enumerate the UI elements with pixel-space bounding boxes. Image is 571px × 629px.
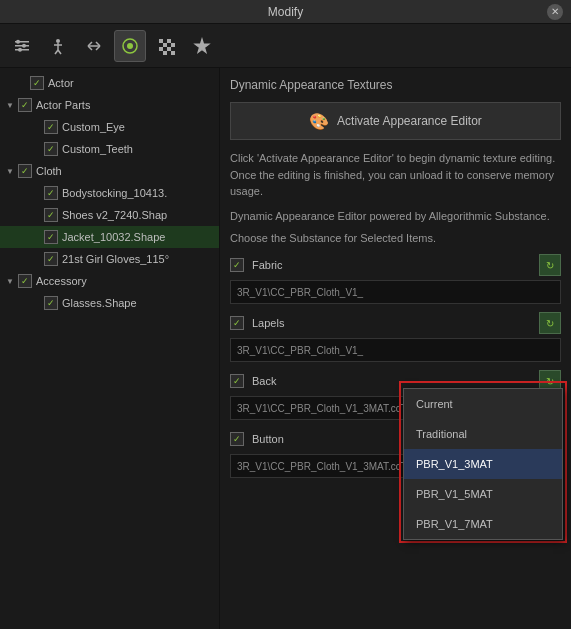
lapels-refresh-btn[interactable]: ↻	[539, 312, 561, 334]
checkbox-custom-eye[interactable]	[44, 120, 58, 134]
tree-item-actor[interactable]: Actor	[0, 72, 219, 94]
checkbox-accessory[interactable]	[18, 274, 32, 288]
expand-arrow-accessory: ▼	[4, 275, 16, 287]
svg-marker-22	[195, 39, 209, 53]
checkbox-bodystocking[interactable]	[44, 186, 58, 200]
tree-item-cloth[interactable]: ▼ Cloth	[0, 160, 219, 182]
expand-arrow-jacket	[30, 231, 42, 243]
checkbox-custom-teeth[interactable]	[44, 142, 58, 156]
tree-item-accessory[interactable]: ▼ Accessory	[0, 270, 219, 292]
checkbox-cloth[interactable]	[18, 164, 32, 178]
dropdown-menu: Current Traditional PBR_V1_3MAT PBR_V1_5…	[403, 388, 563, 540]
back-label: Back	[252, 375, 276, 387]
activate-appearance-btn[interactable]: 🎨 Activate Appearance Editor	[230, 102, 561, 140]
description-text-1: Click 'Activate Appearance Editor' to be…	[230, 150, 561, 200]
tree-label-actor-parts: Actor Parts	[36, 99, 90, 111]
tree-label-jacket: Jacket_10032.Shape	[62, 231, 165, 243]
svg-rect-18	[167, 47, 171, 51]
choose-text: Choose the Substance for Selected Items.	[230, 232, 561, 244]
checkbox-lapels[interactable]	[230, 316, 244, 330]
svg-rect-19	[163, 51, 167, 55]
tree-item-bodystocking[interactable]: Bodystocking_10413.	[0, 182, 219, 204]
dropdown-item-pbr-5mat[interactable]: PBR_V1_5MAT	[404, 479, 562, 509]
checkbox-button[interactable]	[230, 432, 244, 446]
fabric-value: 3R_V1\CC_PBR_Cloth_V1_	[230, 280, 561, 304]
substance-header-lapels: Lapels ↻	[230, 312, 561, 334]
section-title: Dynamic Appearance Textures	[230, 78, 561, 92]
checkbox-gloves[interactable]	[44, 252, 58, 266]
substance-row-fabric: Fabric ↻ 3R_V1\CC_PBR_Cloth_V1_	[230, 254, 561, 304]
tree-item-custom-eye[interactable]: Custom_Eye	[0, 116, 219, 138]
dropdown-item-pbr-3mat[interactable]: PBR_V1_3MAT	[404, 449, 562, 479]
expand-arrow-cloth: ▼	[4, 165, 16, 177]
svg-point-13	[127, 43, 133, 49]
expand-arrow-custom-teeth	[30, 143, 42, 155]
toolbar-btn-checkerboard[interactable]	[150, 30, 182, 62]
substance-row-lapels: Lapels ↻ 3R_V1\CC_PBR_Cloth_V1_	[230, 312, 561, 362]
tree-item-actor-parts[interactable]: ▼ Actor Parts	[0, 94, 219, 116]
window-title: Modify	[24, 5, 547, 19]
svg-point-6	[56, 39, 60, 43]
substance-label-fabric: Fabric	[230, 258, 283, 272]
tree-label-gloves: 21st Girl Gloves_115°	[62, 253, 169, 265]
substance-label-button: Button	[230, 432, 284, 446]
dropdown-item-current[interactable]: Current	[404, 389, 562, 419]
button-sub-label: Button	[252, 433, 284, 445]
expand-arrow-glasses	[30, 297, 42, 309]
back-refresh-icon: ↻	[546, 376, 554, 387]
tree-label-accessory: Accessory	[36, 275, 87, 287]
toolbar-btn-material[interactable]	[114, 30, 146, 62]
checkbox-actor-parts[interactable]	[18, 98, 32, 112]
tree-item-glasses[interactable]: Glasses.Shape	[0, 292, 219, 314]
fabric-refresh-icon: ↻	[546, 260, 554, 271]
svg-rect-20	[171, 43, 175, 47]
activate-icon: 🎨	[309, 112, 329, 131]
tree-item-shoes[interactable]: Shoes v2_7240.Shap	[0, 204, 219, 226]
toolbar-btn-settings[interactable]	[6, 30, 38, 62]
svg-line-10	[58, 50, 61, 54]
svg-rect-15	[167, 39, 171, 43]
checkbox-back[interactable]	[230, 374, 244, 388]
toolbar-btn-figure[interactable]	[42, 30, 74, 62]
toolbar	[0, 24, 571, 68]
svg-point-5	[18, 47, 22, 51]
description-text-2: Dynamic Appearance Editor powered by All…	[230, 208, 561, 225]
expand-arrow-bodystocking	[30, 187, 42, 199]
substance-label-lapels: Lapels	[230, 316, 284, 330]
tree-label-shoes: Shoes v2_7240.Shap	[62, 209, 167, 221]
tree-label-cloth: Cloth	[36, 165, 62, 177]
tree-label-actor: Actor	[48, 77, 74, 89]
tree-label-custom-teeth: Custom_Teeth	[62, 143, 133, 155]
substance-header-fabric: Fabric ↻	[230, 254, 561, 276]
main-content: Actor ▼ Actor Parts Custom_Eye Custom_Te…	[0, 68, 571, 629]
right-panel: Dynamic Appearance Textures 🎨 Activate A…	[220, 68, 571, 629]
expand-arrow-actor-parts: ▼	[4, 99, 16, 111]
tree-label-glasses: Glasses.Shape	[62, 297, 137, 309]
expand-arrow-shoes	[30, 209, 42, 221]
dropdown-item-pbr-7mat[interactable]: PBR_V1_7MAT	[404, 509, 562, 539]
activate-btn-label: Activate Appearance Editor	[337, 114, 482, 128]
checkbox-actor[interactable]	[30, 76, 44, 90]
svg-point-3	[16, 39, 20, 43]
title-bar: Modify ✕	[0, 0, 571, 24]
tree-item-jacket[interactable]: Jacket_10032.Shape	[0, 226, 219, 248]
checkbox-glasses[interactable]	[44, 296, 58, 310]
expand-arrow-actor	[16, 77, 28, 89]
checkbox-jacket[interactable]	[44, 230, 58, 244]
left-panel: Actor ▼ Actor Parts Custom_Eye Custom_Te…	[0, 68, 220, 629]
expand-arrow-custom-eye	[30, 121, 42, 133]
checkbox-shoes[interactable]	[44, 208, 58, 222]
tree-item-gloves[interactable]: 21st Girl Gloves_115°	[0, 248, 219, 270]
tree-label-bodystocking: Bodystocking_10413.	[62, 187, 167, 199]
close-button[interactable]: ✕	[547, 4, 563, 20]
tree-item-custom-teeth[interactable]: Custom_Teeth	[0, 138, 219, 160]
lapels-refresh-icon: ↻	[546, 318, 554, 329]
toolbar-btn-advanced[interactable]	[186, 30, 218, 62]
fabric-refresh-btn[interactable]: ↻	[539, 254, 561, 276]
checkbox-fabric[interactable]	[230, 258, 244, 272]
lapels-value: 3R_V1\CC_PBR_Cloth_V1_	[230, 338, 561, 362]
toolbar-btn-arrows[interactable]	[78, 30, 110, 62]
svg-point-4	[22, 43, 26, 47]
dropdown-item-traditional[interactable]: Traditional	[404, 419, 562, 449]
tree-label-custom-eye: Custom_Eye	[62, 121, 125, 133]
